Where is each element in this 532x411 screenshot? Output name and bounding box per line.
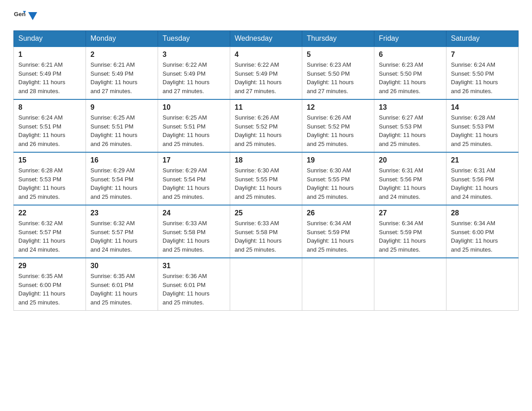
calendar-cell: 25 Sunrise: 6:33 AM Sunset: 5:58 PM Dayl…: [230, 205, 302, 258]
day-number: 24: [163, 209, 225, 217]
calendar-cell: 24 Sunrise: 6:33 AM Sunset: 5:58 PM Dayl…: [158, 205, 230, 258]
day-info: Sunrise: 6:23 AM Sunset: 5:50 PM Dayligh…: [307, 60, 369, 95]
calendar-cell: 21 Sunrise: 6:31 AM Sunset: 5:56 PM Dayl…: [446, 152, 519, 205]
day-number: 1: [18, 51, 81, 59]
calendar-cell: [374, 258, 446, 311]
day-info: Sunrise: 6:25 AM Sunset: 5:51 PM Dayligh…: [163, 113, 225, 148]
day-info: Sunrise: 6:21 AM Sunset: 5:49 PM Dayligh…: [18, 60, 81, 95]
calendar-cell: 28 Sunrise: 6:34 AM Sunset: 6:00 PM Dayl…: [446, 205, 519, 258]
day-number: 22: [18, 209, 81, 217]
day-info: Sunrise: 6:36 AM Sunset: 6:01 PM Dayligh…: [163, 272, 225, 307]
day-number: 4: [235, 51, 297, 59]
day-number: 10: [163, 103, 225, 111]
day-info: Sunrise: 6:35 AM Sunset: 6:01 PM Dayligh…: [90, 272, 153, 307]
calendar-cell: 15 Sunrise: 6:28 AM Sunset: 5:53 PM Dayl…: [14, 152, 86, 205]
day-info: Sunrise: 6:29 AM Sunset: 5:54 PM Dayligh…: [163, 166, 225, 201]
day-info: Sunrise: 6:33 AM Sunset: 5:58 PM Dayligh…: [163, 219, 225, 254]
calendar-cell: 8 Sunrise: 6:24 AM Sunset: 5:51 PM Dayli…: [14, 99, 86, 152]
day-number: 27: [379, 209, 442, 217]
calendar-cell: [230, 258, 302, 311]
day-number: 8: [18, 103, 81, 111]
day-number: 14: [451, 103, 514, 111]
day-info: Sunrise: 6:26 AM Sunset: 5:52 PM Dayligh…: [235, 113, 297, 148]
calendar-table: SundayMondayTuesdayWednesdayThursdayFrid…: [13, 30, 519, 311]
day-info: Sunrise: 6:24 AM Sunset: 5:50 PM Dayligh…: [451, 60, 514, 95]
day-number: 12: [307, 103, 369, 111]
day-info: Sunrise: 6:35 AM Sunset: 6:00 PM Dayligh…: [18, 272, 81, 307]
calendar-cell: 11 Sunrise: 6:26 AM Sunset: 5:52 PM Dayl…: [230, 99, 302, 152]
logo: General: [13, 9, 38, 21]
weekday-header-friday: Friday: [374, 31, 446, 47]
day-info: Sunrise: 6:22 AM Sunset: 5:49 PM Dayligh…: [163, 60, 225, 95]
day-info: Sunrise: 6:22 AM Sunset: 5:49 PM Dayligh…: [235, 60, 297, 95]
day-info: Sunrise: 6:27 AM Sunset: 5:53 PM Dayligh…: [379, 113, 442, 148]
day-number: 7: [451, 51, 514, 59]
day-info: Sunrise: 6:21 AM Sunset: 5:49 PM Dayligh…: [90, 60, 153, 95]
calendar-cell: 27 Sunrise: 6:34 AM Sunset: 5:59 PM Dayl…: [374, 205, 446, 258]
calendar-cell: 1 Sunrise: 6:21 AM Sunset: 5:49 PM Dayli…: [14, 47, 86, 99]
logo-icon: General: [13, 9, 26, 21]
calendar-cell: 26 Sunrise: 6:34 AM Sunset: 5:59 PM Dayl…: [302, 205, 374, 258]
calendar-cell: 23 Sunrise: 6:32 AM Sunset: 5:57 PM Dayl…: [86, 205, 158, 258]
calendar-week-4: 22 Sunrise: 6:32 AM Sunset: 5:57 PM Dayl…: [14, 205, 519, 258]
day-info: Sunrise: 6:23 AM Sunset: 5:50 PM Dayligh…: [379, 60, 442, 95]
calendar-cell: 13 Sunrise: 6:27 AM Sunset: 5:53 PM Dayl…: [374, 99, 446, 152]
day-number: 5: [307, 51, 369, 59]
day-info: Sunrise: 6:28 AM Sunset: 5:53 PM Dayligh…: [451, 113, 514, 148]
calendar-cell: 12 Sunrise: 6:26 AM Sunset: 5:52 PM Dayl…: [302, 99, 374, 152]
calendar-cell: [302, 258, 374, 311]
weekday-header-wednesday: Wednesday: [230, 31, 302, 47]
day-number: 29: [18, 262, 81, 270]
calendar-week-2: 8 Sunrise: 6:24 AM Sunset: 5:51 PM Dayli…: [14, 99, 519, 152]
day-number: 15: [18, 156, 81, 164]
day-number: 25: [235, 209, 297, 217]
calendar-header: SundayMondayTuesdayWednesdayThursdayFrid…: [14, 31, 519, 47]
day-number: 18: [235, 156, 297, 164]
calendar-cell: 29 Sunrise: 6:35 AM Sunset: 6:00 PM Dayl…: [14, 258, 86, 311]
day-number: 20: [379, 156, 442, 164]
day-number: 26: [307, 209, 369, 217]
day-info: Sunrise: 6:28 AM Sunset: 5:53 PM Dayligh…: [18, 166, 81, 201]
day-number: 28: [451, 209, 514, 217]
calendar-week-1: 1 Sunrise: 6:21 AM Sunset: 5:49 PM Dayli…: [14, 47, 519, 99]
day-number: 9: [90, 103, 153, 111]
day-number: 17: [163, 156, 225, 164]
calendar-week-5: 29 Sunrise: 6:35 AM Sunset: 6:00 PM Dayl…: [14, 258, 519, 311]
calendar-cell: 3 Sunrise: 6:22 AM Sunset: 5:49 PM Dayli…: [158, 47, 230, 99]
day-info: Sunrise: 6:30 AM Sunset: 5:55 PM Dayligh…: [307, 166, 369, 201]
day-number: 21: [451, 156, 514, 164]
calendar-cell: 19 Sunrise: 6:30 AM Sunset: 5:55 PM Dayl…: [302, 152, 374, 205]
day-number: 6: [379, 51, 442, 59]
day-info: Sunrise: 6:29 AM Sunset: 5:54 PM Dayligh…: [90, 166, 153, 201]
calendar-cell: 4 Sunrise: 6:22 AM Sunset: 5:49 PM Dayli…: [230, 47, 302, 99]
day-number: 19: [307, 156, 369, 164]
weekday-header-monday: Monday: [86, 31, 158, 47]
day-info: Sunrise: 6:34 AM Sunset: 6:00 PM Dayligh…: [451, 219, 514, 254]
day-info: Sunrise: 6:32 AM Sunset: 5:57 PM Dayligh…: [18, 219, 81, 254]
day-info: Sunrise: 6:30 AM Sunset: 5:55 PM Dayligh…: [235, 166, 297, 201]
calendar-cell: [446, 258, 519, 311]
calendar-cell: 14 Sunrise: 6:28 AM Sunset: 5:53 PM Dayl…: [446, 99, 519, 152]
weekday-header-saturday: Saturday: [446, 31, 519, 47]
page-header: General: [13, 9, 519, 21]
calendar-cell: 7 Sunrise: 6:24 AM Sunset: 5:50 PM Dayli…: [446, 47, 519, 99]
day-number: 23: [90, 209, 153, 217]
day-info: Sunrise: 6:34 AM Sunset: 5:59 PM Dayligh…: [379, 219, 442, 254]
day-info: Sunrise: 6:32 AM Sunset: 5:57 PM Dayligh…: [90, 219, 153, 254]
calendar-cell: 22 Sunrise: 6:32 AM Sunset: 5:57 PM Dayl…: [14, 205, 86, 258]
day-info: Sunrise: 6:24 AM Sunset: 5:51 PM Dayligh…: [18, 113, 81, 148]
day-info: Sunrise: 6:26 AM Sunset: 5:52 PM Dayligh…: [307, 113, 369, 148]
weekday-header-sunday: Sunday: [14, 31, 86, 47]
weekday-header-tuesday: Tuesday: [158, 31, 230, 47]
logo-triangle-icon: [28, 12, 37, 21]
day-number: 3: [163, 51, 225, 59]
svg-marker-2: [28, 12, 37, 20]
calendar-cell: 31 Sunrise: 6:36 AM Sunset: 6:01 PM Dayl…: [158, 258, 230, 311]
day-number: 16: [90, 156, 153, 164]
calendar-cell: 17 Sunrise: 6:29 AM Sunset: 5:54 PM Dayl…: [158, 152, 230, 205]
calendar-cell: 20 Sunrise: 6:31 AM Sunset: 5:56 PM Dayl…: [374, 152, 446, 205]
weekday-header-thursday: Thursday: [302, 31, 374, 47]
calendar-cell: 30 Sunrise: 6:35 AM Sunset: 6:01 PM Dayl…: [86, 258, 158, 311]
day-info: Sunrise: 6:25 AM Sunset: 5:51 PM Dayligh…: [90, 113, 153, 148]
day-info: Sunrise: 6:31 AM Sunset: 5:56 PM Dayligh…: [379, 166, 442, 201]
